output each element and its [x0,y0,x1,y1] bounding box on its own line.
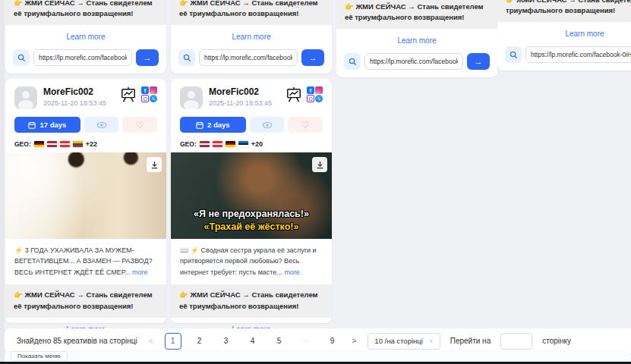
audience-network-icon[interactable]: Ω [141,95,149,102]
flag-lithuania-icon [73,141,83,147]
avatar [14,86,37,109]
landing-url-input[interactable] [525,46,631,63]
page-button-1[interactable]: 1 [165,333,181,350]
account-info: MoreFic002 2025-11-20 18:53:45 [43,86,114,107]
card-fragment-3: ИНТЕРНЕТ ЖДЁТ ЕЁ СМЕР... more 👉 ЖМИ СЕЙЧ… [336,0,497,77]
download-image-icon[interactable] [312,157,327,172]
card-fragment-2: 👉 ЖМИ СЕЙЧАС → Стань свидетелем её триум… [171,0,332,74]
avatar [180,86,203,109]
creative-card-1: MoreFic002 2025-11-20 18:53:45 f Ω ϟ 17 … [5,79,166,323]
more-link[interactable]: more [284,268,300,276]
geo-flags [34,141,83,147]
geo-more-count[interactable]: +20 [251,140,263,148]
social-icons: f Ω ϟ [141,86,157,102]
page-ellipsis: ··· [298,333,314,350]
geo-label: GEO: [14,140,31,148]
cta-highlight: 👉 ЖМИ СЕЙЧАС → Стань свидетелем её триум… [5,0,166,25]
card-fragment-body: ИНТЕРНЕТ ЖДЁТ ЕЁ СМЕР... more 👉 ЖМИ СЕЙЧ… [336,0,497,77]
favorite-button[interactable]: ♡ [122,117,157,133]
search-icon[interactable] [505,46,522,63]
creative-date: 2025-11-20 18:53:45 [43,99,114,107]
open-url-button[interactable]: → [136,49,159,66]
card-actions: 17 days ♡ [5,114,166,137]
open-url-button[interactable]: → [467,53,490,70]
messenger-icon[interactable]: ϟ [315,95,323,102]
instagram-icon[interactable] [150,86,157,94]
card-fragment-1: 👉 ЖМИ СЕЙЧАС → Стань свидетелем её триум… [5,0,166,74]
geo-flags [200,141,248,147]
learn-more-link[interactable]: Learn more [497,22,631,39]
stats-board-icon[interactable] [286,86,302,105]
geo-row: GEO: +20 [171,137,332,152]
geo-more-count[interactable]: +22 [86,140,97,148]
page-button-4[interactable]: 4 [245,333,261,350]
per-page-value: 10 /на сторінці [374,337,423,345]
geo-label: GEO: [180,140,197,148]
cta-highlight: 👉 ЖМИ СЕЙЧАС → Стань свидетелем её триум… [171,284,332,317]
facebook-icon[interactable]: f [141,86,149,94]
profile-icons: f Ω ϟ [120,86,157,105]
audience-network-icon[interactable]: Ω [307,95,314,102]
learn-more-link[interactable]: Learn more [171,25,332,42]
next-page-chevron[interactable]: > [351,337,358,345]
landing-url-input[interactable] [199,49,298,66]
url-row: → [171,42,332,74]
creative-card-2: MoreFic002 2025-11-20 18:53:45 f Ω ϟ 2 d… [171,79,332,323]
search-icon[interactable] [178,49,195,66]
card-fragment-body: 👉 ЖМИ СЕЙЧАС → Стань свидетелем её триум… [5,0,166,74]
card-fragment-body: 👉 ЖМИ СЕЙЧАС → Стань свидетелем её триум… [171,0,332,74]
flag-germany-icon [34,141,44,147]
views-button[interactable] [250,117,285,133]
prev-page-chevron[interactable]: < [147,337,155,345]
search-icon[interactable] [344,53,361,70]
ad-text: 📖 ⚡ Сводная сестра украла её заслуги и п… [171,239,332,284]
ad-image-wedding [5,152,166,239]
profile-icons: f Ω ϟ [286,86,323,105]
page-button-5[interactable]: 5 [271,333,288,350]
chevron-down-icon: ∨ [429,337,434,344]
profile-row: MoreFic002 2025-11-20 18:53:45 f Ω ϟ [171,79,332,114]
more-link[interactable]: more [132,268,148,276]
flag-austria-icon [213,141,222,147]
flag-estonia-icon [238,141,248,147]
days-active-button[interactable]: 17 days [14,117,80,133]
flag-germany-icon [226,141,235,147]
cta-highlight: 👉 ЖМИ СЕЙЧАС → Стань свидетелем её триум… [171,0,332,25]
bottom-overlay-bar: Показать меню [5,350,631,362]
favorite-button[interactable]: ♡ [288,117,323,133]
account-name: MoreFic002 [43,86,114,97]
page-button-9[interactable]: 9 [324,333,341,350]
creative-date: 2025-11-20 18:53:45 [209,99,279,107]
overlay-line-2: «Трахай её жёстко!» [171,221,332,234]
goto-page-input[interactable] [500,333,532,350]
search-icon[interactable] [13,49,30,66]
landing-url-input[interactable] [364,53,463,70]
url-row: → [5,42,166,74]
flag-latvia-icon [200,141,210,147]
ad-image-rainy-glass: «Я не предохранялась!» «Трахай её жёстко… [171,152,332,239]
download-image-icon[interactable] [147,157,162,172]
learn-more-link[interactable]: Learn more [5,25,166,42]
social-icons: f Ω ϟ [307,86,323,102]
card-fragment-body: 👉 ЖМИ СЕЙЧАС → Стань свидетелем её триум… [497,0,631,71]
url-row: → [336,46,497,77]
days-label: 17 days [39,121,66,129]
learn-more-link[interactable]: Learn more [336,29,497,46]
show-menu-button[interactable]: Показать меню [11,351,68,361]
account-name: MoreFic002 [209,86,279,97]
days-active-button[interactable]: 2 days [180,117,246,133]
landing-url-input[interactable] [33,49,132,66]
stats-board-icon[interactable] [120,86,137,105]
flag-latvia-icon [47,141,57,147]
per-page-select[interactable]: 10 /на сторінці ∨ [368,333,440,350]
account-info: MoreFic002 2025-11-20 18:53:45 [209,86,279,107]
page-button-2[interactable]: 2 [191,333,208,350]
views-button[interactable] [84,117,119,133]
facebook-icon[interactable]: f [307,86,314,94]
open-url-button[interactable]: → [301,49,324,66]
messenger-icon[interactable]: ϟ [150,95,157,102]
instagram-icon[interactable] [315,86,323,94]
geo-row: GEO: +22 [5,137,166,152]
ad-text: ⚡ 3 ГОДА УХАЖИВАЛА ЗА МУЖЕМ-ВЕГЕТАТИВЦЕМ… [5,239,166,284]
page-button-3[interactable]: 3 [218,333,235,350]
